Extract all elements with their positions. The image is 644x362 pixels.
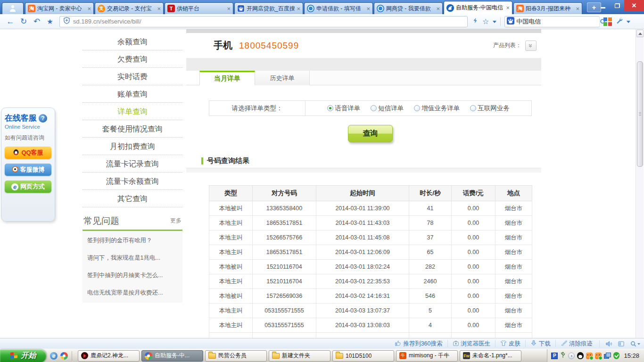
side-panel-button[interactable] — [615, 340, 627, 347]
user-profile-button[interactable] — [2, 2, 24, 14]
p-tray-icon[interactable] — [551, 353, 558, 359]
skin-button[interactable]: 皮肤 — [495, 340, 525, 347]
panel-top-bar — [186, 29, 541, 33]
taskbar-window-ludingji[interactable]: 鹿鼎记2.神龙... — [78, 350, 140, 362]
cell-time: 2014-03-01 11:39:00 — [316, 201, 409, 216]
tab-close-icon[interactable] — [436, 5, 440, 12]
sidebar-item-monthly-deduction[interactable]: 月初扣费查询 — [83, 138, 182, 155]
sidebar-item-other-query[interactable]: 其它查询 — [83, 190, 182, 207]
taskbar-window-selfservice[interactable]: 自助服务-中... — [141, 350, 203, 362]
faq-item[interactable]: 签到中抽到的月抽奖卡怎么... — [83, 267, 182, 284]
taskbar-window-folder-101d5100[interactable]: 101D5100 — [332, 350, 394, 362]
wrench-icon[interactable] — [616, 17, 623, 26]
radio-sms-detail[interactable]: 短信详单 — [371, 104, 404, 113]
shield-icon[interactable] — [63, 17, 70, 26]
tab-close-icon[interactable] — [227, 5, 231, 12]
tab-close-icon[interactable] — [366, 5, 370, 12]
usb-tray-icon[interactable] — [560, 351, 566, 360]
cell-location: 烟台市 — [495, 260, 532, 274]
download-button[interactable]: 下载 — [525, 340, 555, 347]
radio-value-added-detail[interactable]: 增值业务详单 — [414, 104, 460, 113]
sidebar-item-arrears[interactable]: 欠费查询 — [83, 50, 182, 68]
sidebar-item-package-usage[interactable]: 套餐使用情况查询 — [83, 120, 182, 138]
undo-button[interactable] — [30, 16, 43, 26]
lightning-icon[interactable] — [472, 17, 479, 26]
restore-button[interactable] — [610, 0, 624, 11]
browser-tab-taobao-tuan[interactable]: 阳春3月-报团来种 — [513, 2, 582, 14]
tab-close-icon[interactable] — [576, 5, 579, 12]
browser-tab-baidu[interactable]: 开网店贷款_百度搜 — [234, 2, 303, 14]
scrollbar-thumb[interactable] — [637, 61, 643, 167]
url-input[interactable] — [73, 18, 464, 25]
sidebar-item-bill-query[interactable]: 账单查询 — [83, 85, 182, 103]
faq-item[interactable]: 签到得到的金币有啥用？ — [83, 232, 182, 249]
faq-item[interactable]: 请问下，我家现在是1兆电... — [83, 249, 182, 267]
wangwang-tray-icon[interactable] — [586, 353, 593, 359]
address-bar[interactable] — [59, 16, 468, 27]
cell-duration: 65 — [409, 245, 452, 260]
faq-title: 常见问题 — [83, 215, 119, 227]
taskbar-window-fireworks[interactable]: 未命名-1.png*... — [460, 350, 521, 362]
taskbar-window-qianniu[interactable]: mimisong - 千牛 — [396, 350, 458, 362]
radio-voice-detail[interactable]: 语音详单 — [327, 104, 360, 113]
qq-icon — [13, 148, 19, 157]
sidebar-item-balance[interactable]: 余额查询 — [83, 33, 182, 50]
vertical-scrollbar[interactable] — [636, 29, 644, 338]
clear-traces-button[interactable]: 清除痕迹 — [555, 340, 597, 347]
security-shield-tray-icon[interactable] — [613, 352, 619, 359]
browser-doctor-button[interactable]: 浏览器医生 — [447, 340, 495, 347]
sidebar-item-datacard-record[interactable]: 流量卡记录查询 — [83, 155, 182, 173]
favorites-star-icon[interactable] — [482, 17, 489, 26]
query-button[interactable]: 查询 — [348, 125, 393, 142]
browser-tab-telecom-active[interactable]: 自助服务-中国电信 — [444, 1, 512, 14]
sidebar-item-datacard-balance[interactable]: 流量卡余额查询 — [83, 173, 182, 190]
browser-tab-taobao-seller[interactable]: 淘宝网 - 卖家中心 — [25, 2, 94, 14]
recommend-360-search-button[interactable]: 推荐到360搜索 — [390, 340, 447, 347]
sidebar-item-detail-query[interactable]: 详单查询 — [83, 103, 182, 120]
refresh-button[interactable] — [17, 16, 30, 26]
apps-grid-icon[interactable] — [603, 17, 612, 26]
browser-tab-gongxiao[interactable]: 供销平台 — [165, 2, 233, 14]
qq-service-button[interactable]: QQ客服 — [5, 147, 51, 159]
tab-close-icon[interactable] — [157, 5, 161, 12]
start-button[interactable]: 开始 — [0, 349, 46, 362]
gongxiao-icon — [167, 5, 175, 12]
tray-collapse-icon[interactable] — [568, 353, 575, 359]
tab-current-month-detail[interactable]: 当月详单 — [199, 71, 255, 85]
network-tray-icon[interactable] — [604, 353, 611, 359]
browser-tab-loan-apply[interactable]: 申请借款 - 填写借 — [304, 2, 373, 14]
chevron-down-icon[interactable] — [493, 21, 496, 25]
taskbar-window-folder-minying[interactable]: 民营公务员 — [205, 350, 267, 362]
search-box[interactable] — [504, 16, 600, 27]
faq-more-link[interactable]: 更多 — [170, 217, 182, 225]
browser-tab-wangshangdai[interactable]: 网商贷 - 我要借款 — [374, 2, 443, 14]
tab-close-icon[interactable] — [87, 5, 91, 12]
browser-pinwheel-icon[interactable] — [60, 352, 68, 360]
back-button[interactable] — [4, 17, 17, 26]
sidebar-item-realtime-fee[interactable]: 实时话费 — [83, 68, 182, 85]
browser-quick-icon[interactable] — [50, 352, 58, 360]
web-service-button[interactable]: 网页方式 — [5, 181, 51, 193]
chevron-down-icon[interactable] — [637, 343, 640, 346]
radio-internet-service[interactable]: 互联网业务 — [470, 104, 510, 113]
speaker-button[interactable] — [603, 340, 615, 347]
browser-tab-alipay[interactable]: 交易记录 - 支付宝 — [95, 2, 164, 14]
product-list-expand-button[interactable] — [525, 41, 537, 51]
table-header-row: 类型 对方号码 起始时间 时长/秒 话费/元 地点 — [209, 186, 532, 201]
chevron-down-icon[interactable] — [627, 21, 630, 25]
search-input[interactable] — [516, 18, 599, 25]
weibo-service-button[interactable]: 客服微博 — [5, 164, 51, 176]
taskbar-window-folder-new[interactable]: 新建文件夹 — [269, 350, 330, 362]
faq-item[interactable]: 电信无线宽带是按月收费还... — [83, 284, 182, 302]
tab-close-icon[interactable] — [297, 5, 300, 12]
wangwang-tray-icon[interactable] — [595, 353, 602, 359]
minimize-button[interactable] — [596, 0, 610, 11]
tab-history-detail[interactable]: 历史详单 — [255, 71, 310, 85]
baidu-paw-icon[interactable] — [507, 17, 514, 26]
scroll-up-button[interactable] — [636, 30, 644, 37]
radio-icon — [371, 105, 377, 111]
qq-tray-icon[interactable] — [577, 352, 584, 359]
tab-close-icon[interactable] — [506, 4, 510, 11]
bookmark-button[interactable] — [43, 17, 57, 26]
close-button[interactable] — [624, 0, 644, 11]
